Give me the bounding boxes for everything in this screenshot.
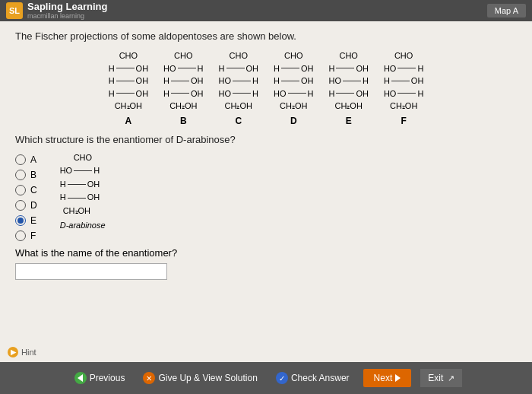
answer-area: A B C D E F (15, 151, 517, 241)
option-E-label: E (30, 215, 36, 226)
previous-button[interactable]: Previous (70, 369, 130, 387)
d-arabinose-label: D-arabinose (60, 219, 106, 233)
hint-area[interactable]: ▶ Hint (8, 347, 36, 357)
radio-A[interactable] (15, 154, 26, 165)
option-E[interactable]: E (15, 215, 37, 226)
question-intro: The Fischer projections of some aldopent… (15, 30, 517, 42)
option-C-label: C (30, 185, 37, 195)
cho-line-C: CHO (230, 49, 248, 62)
row3-A: HOH (109, 87, 148, 100)
previous-label: Previous (90, 373, 125, 383)
d-arb-row1: HOH (60, 164, 106, 178)
hint-label: Hint (21, 348, 36, 357)
logo-text: Sapling Learning macmillan learning (27, 1, 107, 21)
ch2oh-F: CH₂OH (390, 100, 417, 113)
radio-E[interactable] (15, 215, 26, 226)
d-arb-row2: HOH (60, 178, 106, 192)
option-F[interactable]: F (15, 230, 37, 241)
structure-C: CHO HOH HOH HOH CH₂OH C (219, 49, 258, 128)
top-bar: SL Sapling Learning macmillan learning M… (0, 0, 532, 21)
radio-F[interactable] (15, 230, 26, 241)
option-A[interactable]: A (15, 154, 37, 165)
enantiomer-question: What is the name of the enantiomer? (15, 247, 517, 259)
option-B[interactable]: B (15, 170, 37, 180)
next-button[interactable]: Next (363, 369, 412, 387)
radio-D[interactable] (15, 200, 26, 211)
option-A-label: A (30, 154, 36, 165)
option-C[interactable]: C (15, 185, 37, 195)
d-arb-row3: HOH (60, 191, 106, 205)
bottom-bar: Previous ✕ Give Up & View Solution ✓ Che… (0, 362, 532, 394)
hint-icon: ▶ (8, 347, 18, 357)
label-C: C (235, 114, 242, 128)
structures-container: CHO HOH HOH HOH CH₂OH A CHO HOH HOH HOH (15, 49, 517, 128)
d-arb-cho: CHO (60, 151, 106, 165)
row2-B: HOH (163, 75, 203, 87)
logo-area: SL Sapling Learning macmillan learning (6, 1, 107, 21)
give-up-icon: ✕ (143, 372, 155, 384)
row1-D: HOH (274, 62, 313, 75)
option-D-label: D (30, 200, 37, 211)
option-F-label: F (30, 230, 36, 241)
map-button[interactable]: Map A (487, 4, 526, 17)
label-A: A (125, 114, 132, 128)
row1-B: HOH (163, 62, 203, 75)
label-B: B (180, 114, 187, 128)
row2-C: HOH (219, 75, 258, 87)
row1-A: HOH (109, 62, 148, 75)
cho-line-D: CHO (284, 49, 302, 62)
radio-B[interactable] (15, 170, 26, 180)
row3-E: HOH (328, 87, 368, 100)
check-answer-label: Check Answer (291, 373, 350, 383)
cho-line-A: CHO (119, 49, 138, 62)
row2-D: HOH (274, 75, 313, 87)
structure-A: CHO HOH HOH HOH CH₂OH A (109, 49, 148, 128)
ch2oh-A: CH₂OH (115, 100, 142, 113)
question1: Which structure is the enantiomer of D-a… (15, 134, 517, 145)
exit-button[interactable]: Exit ↗ (420, 369, 462, 387)
row2-A: HOH (109, 75, 148, 87)
label-F: F (401, 114, 406, 128)
cho-line-E: CHO (339, 49, 357, 62)
row1-F: HOH (384, 62, 423, 75)
sapling-logo-icon: SL (6, 2, 23, 19)
app-name: Sapling Learning (27, 1, 107, 13)
option-B-label: B (30, 170, 36, 180)
give-up-button[interactable]: ✕ Give Up & View Solution (138, 369, 262, 387)
radio-dot-E (17, 218, 24, 224)
radio-options: A B C D E F (15, 151, 37, 241)
check-icon: ✓ (276, 372, 288, 384)
row1-C: HOH (219, 62, 258, 75)
label-D: D (290, 114, 297, 128)
structure-B: CHO HOH HOH HOH CH₂OH B (163, 49, 203, 128)
previous-icon (74, 372, 87, 384)
exit-label: Exit (428, 373, 443, 383)
arrow-left-icon (78, 374, 83, 382)
row3-F: HOH (384, 87, 423, 100)
ch2oh-C: CH₂OH (225, 100, 252, 113)
radio-C[interactable] (15, 185, 26, 195)
row3-B: HOH (163, 87, 203, 100)
row2-F: HOH (384, 75, 423, 87)
structure-F: CHO HOH HOH HOH CH₂OH F (384, 49, 423, 128)
label-E: E (346, 114, 352, 128)
d-arabinose-structure: CHO HOH HOH HOH CH₂OH D-arabinose (60, 151, 106, 241)
app-subtitle: macmillan learning (27, 12, 107, 21)
cho-line-B: CHO (174, 49, 192, 62)
d-arb-ch2oh: CH₂OH (60, 205, 106, 218)
cho-line-F: CHO (394, 49, 413, 62)
option-D[interactable]: D (15, 200, 37, 211)
ch2oh-B: CH₂OH (169, 100, 197, 113)
row3-D: HOH (274, 87, 313, 100)
check-answer-button[interactable]: ✓ Check Answer (271, 369, 354, 387)
enantiomer-answer-input[interactable] (15, 263, 167, 280)
structure-E: CHO HOH HOH HOH CH₂OH E (328, 49, 368, 128)
ch2oh-E: CH₂OH (334, 100, 362, 113)
structure-D: CHO HOH HOH HOH CH₂OH D (274, 49, 313, 128)
exit-icon: ↗ (448, 373, 454, 383)
row3-C: HOH (219, 87, 258, 100)
row2-E: HOH (328, 75, 368, 87)
main-content: The Fischer projections of some aldopent… (0, 21, 532, 362)
give-up-label: Give Up & View Solution (158, 373, 258, 383)
next-label: Next (374, 373, 393, 383)
